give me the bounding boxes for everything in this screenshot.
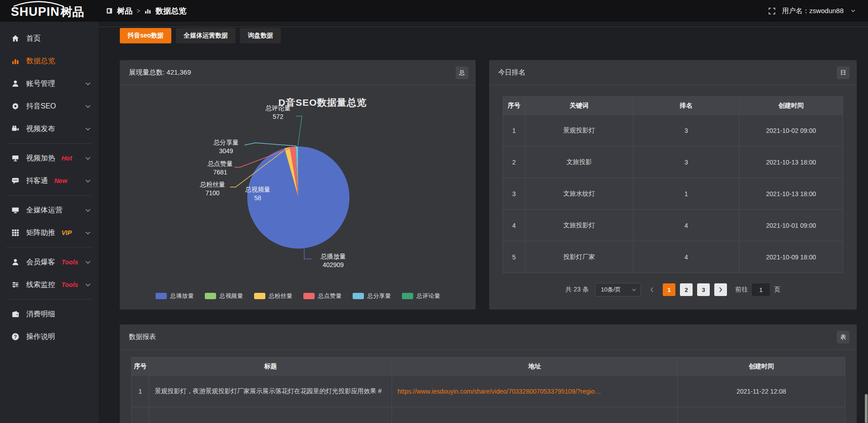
overview-badge-button[interactable]: 总 (456, 66, 468, 79)
question-icon: ? (11, 333, 19, 341)
sidebar-item-operation-guide[interactable]: ?操作说明 (0, 325, 99, 348)
ranking-table: 序号关键词排名创建时间 1景观投影灯32021-10-02 09:002文旅投影… (503, 96, 843, 273)
sidebar-item-label: 会员爆客 (26, 258, 55, 267)
sidebar-divider (6, 299, 92, 300)
sidebar-item-video-heat[interactable]: 视频加热Hot (0, 147, 99, 169)
tab-media-operation-data[interactable]: 全媒体运营数据 (176, 28, 236, 43)
grid-icon (11, 229, 19, 237)
legend-swatch (303, 293, 315, 299)
page-button-2[interactable]: 2 (680, 283, 693, 296)
report-link[interactable]: https://www.iesdouyin.com/share/video/70… (397, 388, 601, 395)
table-cell: 1 (132, 376, 149, 407)
prev-page-button[interactable] (646, 283, 658, 296)
sidebar-item-data-overview[interactable]: 数据总览 (0, 50, 99, 72)
report-column-header: 标题 (149, 357, 392, 376)
breadcrumb-page-icon (144, 7, 151, 14)
table-cell: 3 (503, 178, 525, 210)
screen-icon (11, 154, 19, 162)
ranking-column-header: 创建时间 (739, 97, 843, 115)
next-page-button[interactable] (714, 283, 727, 296)
chart-legend: 总播放量总视频量总粉丝量总点赞量总分享量总评论量 (120, 292, 476, 300)
sidebar-item-clue-monitor[interactable]: 线索监控Tools (0, 273, 99, 296)
chevron-down-icon[interactable] (850, 8, 856, 14)
pie-label-videos: 总视频量58 (245, 185, 270, 202)
sidebar-item-tag: Tools (61, 281, 78, 288)
table-cell: 4 (503, 210, 525, 241)
breadcrumb-root[interactable]: 树品 (117, 6, 132, 16)
legend-label: 总播放量 (170, 292, 194, 300)
table-row: 1景观投影灯，夜游景观投影灯厂家展示展示落花灯在花园里的灯光投影应用效果 #ht… (132, 376, 845, 407)
camera-icon (11, 125, 19, 133)
sidebar-item-douketong[interactable]: 抖客通New (0, 169, 99, 192)
ranking-badge-button[interactable]: 日 (837, 66, 849, 79)
app-logo[interactable]: SHUPIN 树品 (0, 0, 99, 22)
tab-inquiry-data[interactable]: 询盘数据 (240, 28, 281, 43)
table-cell: 5 (503, 241, 525, 273)
legend-item-总粉丝量[interactable]: 总粉丝量 (254, 292, 292, 300)
table-row: 2文旅投影32021-10-13 18:00 (503, 146, 843, 178)
fullscreen-icon[interactable] (768, 7, 776, 15)
monitor-icon (11, 206, 19, 214)
table-row (132, 407, 845, 423)
ranking-column-header: 序号 (503, 97, 525, 115)
pie-label-comments: 总评论量572 (265, 104, 291, 121)
overview-panel: 展现量总数: 421,369 总 D音SEO数据量总览 总评论量572 总分享量… (120, 60, 476, 310)
table-cell: 投影灯厂家 (525, 241, 633, 273)
chat-icon (11, 177, 19, 185)
table-row: 4文旅投影灯42021-10-01 09:00 (503, 210, 843, 241)
legend-item-总分享量[interactable]: 总分享量 (353, 292, 391, 300)
gear-icon (11, 102, 19, 110)
pagination: 共 23 条 10条/页 123 前往 页 (503, 283, 843, 296)
username-label[interactable]: 用户名：zswodun88 (782, 7, 844, 15)
sidebar-item-video-publish[interactable]: 视频发布 (0, 118, 99, 140)
chevron-down-icon (85, 80, 91, 87)
legend-item-总点赞量[interactable]: 总点赞量 (303, 292, 342, 300)
sidebar-item-home[interactable]: 首页 (0, 27, 99, 50)
report-title-cell: 景观投影灯，夜游景观投影灯厂家展示展示落花灯在花园里的灯光投影应用效果 # (149, 376, 392, 407)
sidebar: 首页数据总览账号管理抖音SEO视频发布视频加热Hot抖客通New全媒体运营矩阵助… (0, 22, 99, 423)
legend-swatch (205, 293, 216, 299)
ranking-panel: 今日排名 日 序号关键词排名创建时间 1景观投影灯32021-10-02 09:… (489, 60, 857, 310)
report-url-cell: https://www.iesdouyin.com/share/video/70… (392, 376, 678, 407)
legend-label: 总视频量 (220, 292, 243, 300)
sidebar-divider (6, 143, 92, 144)
pie-label-likes: 总点赞量7681 (208, 160, 233, 177)
sidebar-item-consume-detail[interactable]: 消费明细 (0, 303, 99, 325)
goto-suffix: 页 (774, 286, 780, 294)
scrollbar-thumb[interactable] (865, 394, 868, 423)
sidebar-item-account-manage[interactable]: 账号管理 (0, 72, 99, 95)
sidebar-item-matrix-boost[interactable]: 矩阵助推VIP (0, 221, 99, 244)
pie-label-fans: 总粉丝量7100 (200, 180, 225, 197)
pie-chart-svg (120, 85, 476, 284)
tab-douyin-seo-data[interactable]: 抖音seo数据 (120, 28, 171, 43)
home-icon (11, 34, 19, 42)
table-cell: 2021-10-02 09:00 (739, 115, 843, 146)
goto-page-input[interactable] (751, 283, 770, 296)
sidebar-item-media-operation[interactable]: 全媒体运营 (0, 199, 99, 221)
table-row: 3文旅水纹灯12021-10-13 18:00 (503, 178, 843, 210)
breadcrumb-root-icon (106, 7, 113, 14)
table-row: 5投影灯厂家42021-10-09 18:00 (503, 241, 843, 273)
legend-item-总评论量[interactable]: 总评论量 (402, 292, 440, 300)
table-cell: 1 (633, 178, 740, 210)
sidebar-item-label: 操作说明 (26, 332, 55, 342)
table-cell: 4 (633, 210, 740, 241)
report-badge-button[interactable]: 表 (837, 331, 849, 343)
sidebar-item-douyin-seo[interactable]: 抖音SEO (0, 95, 99, 118)
legend-label: 总点赞量 (318, 292, 342, 300)
sidebar-item-member-burst[interactable]: 会员爆客Tools (0, 251, 99, 273)
chevron-down-icon (85, 178, 91, 184)
report-column-header: 序号 (132, 357, 149, 376)
page-size-select[interactable]: 10条/页 (595, 283, 641, 296)
sidebar-item-tag: Hot (61, 155, 72, 162)
chevron-down-icon (85, 155, 91, 162)
breadcrumb: 树品 > 数据总览 (106, 6, 186, 16)
breadcrumb-current[interactable]: 数据总览 (156, 6, 186, 16)
legend-swatch (156, 293, 167, 299)
legend-item-总播放量[interactable]: 总播放量 (156, 292, 194, 300)
legend-label: 总粉丝量 (269, 292, 292, 300)
sidebar-item-label: 矩阵助推 (26, 228, 55, 238)
legend-item-总视频量[interactable]: 总视频量 (205, 292, 243, 300)
page-button-3[interactable]: 3 (697, 283, 710, 296)
page-button-1[interactable]: 1 (663, 283, 675, 296)
